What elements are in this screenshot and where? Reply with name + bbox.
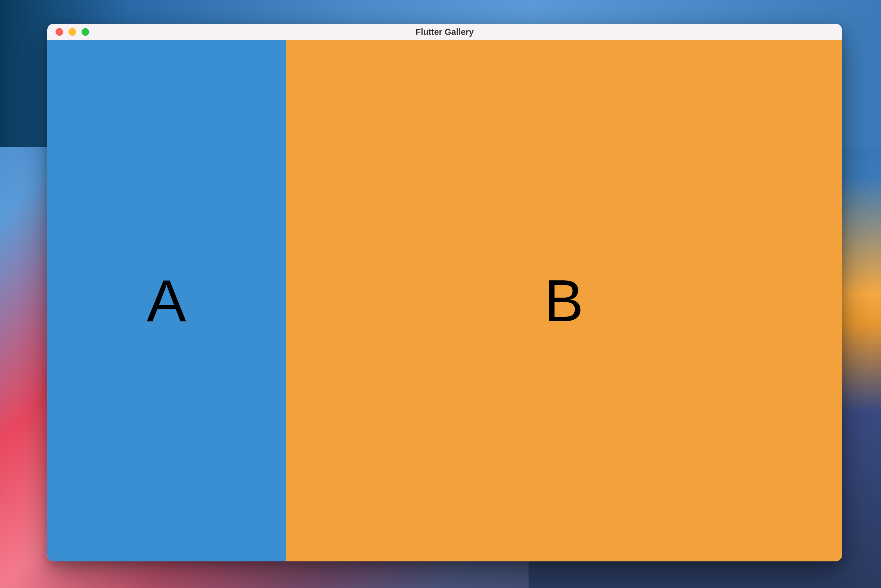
panel-a: A	[47, 40, 286, 561]
panel-b-label: B	[544, 267, 583, 335]
window-title: Flutter Gallery	[416, 27, 474, 37]
content-area: A B	[47, 40, 842, 561]
app-window: Flutter Gallery A B	[47, 24, 842, 561]
window-titlebar[interactable]: Flutter Gallery	[47, 24, 842, 40]
close-button[interactable]	[55, 28, 63, 36]
panel-a-label: A	[147, 267, 186, 335]
window-controls	[47, 28, 89, 36]
panel-b: B	[286, 40, 842, 561]
zoom-button[interactable]	[82, 28, 89, 36]
minimize-button[interactable]	[69, 28, 76, 36]
